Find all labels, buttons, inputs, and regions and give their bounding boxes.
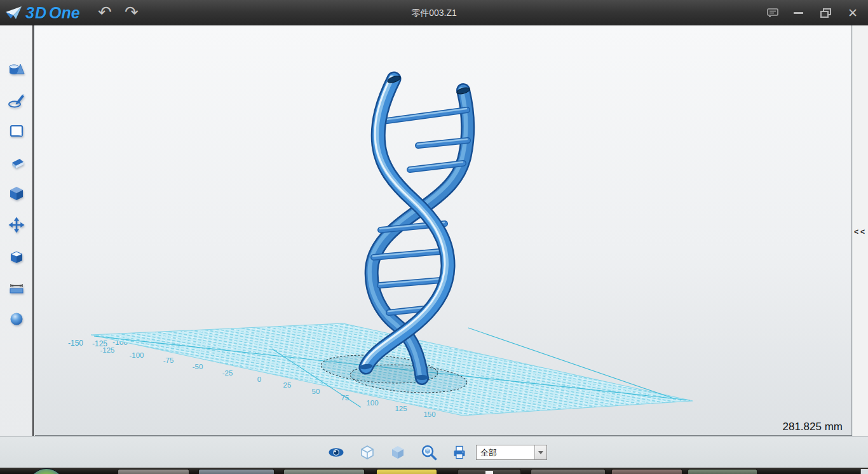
sidebar-item-surface[interactable]	[8, 122, 25, 140]
wireframe-view-button[interactable]	[358, 444, 376, 461]
sidebar-item-eraser[interactable]	[8, 154, 25, 172]
windows-taskbar	[0, 468, 868, 474]
redo-arrow-icon: ↷	[125, 3, 139, 22]
redo-button[interactable]: ↷	[121, 3, 142, 23]
axis-label: 100	[366, 399, 378, 407]
3done-window: 3D One ↶ ↷ 零件003.Z1 ✕	[0, 0, 868, 474]
title-bar: 3D One ↶ ↷ 零件003.Z1 ✕	[0, 0, 868, 25]
sidebar-item-move[interactable]	[8, 216, 25, 234]
taskbar-button[interactable]	[376, 469, 437, 474]
right-panel-strip: <<	[853, 25, 868, 436]
sidebar-item-primitives[interactable]	[8, 61, 25, 79]
material-sphere-icon	[8, 309, 25, 327]
taskbar-button[interactable]	[458, 469, 521, 474]
undo-arrow-icon: ↶	[98, 3, 112, 22]
shaded-view-icon	[389, 444, 407, 461]
brand-text-3d: 3D	[25, 4, 47, 22]
viewport-canvas[interactable]: -150 -125 -100 -125 -100 -75 -50	[35, 25, 852, 436]
taskbar-button[interactable]	[688, 469, 757, 474]
display-filter-value: 全部	[480, 447, 497, 459]
taskbar-button[interactable]	[283, 469, 365, 474]
surface-sheet-icon	[8, 122, 25, 140]
solid-primitives-icon	[8, 61, 25, 79]
measure-ruler-icon	[8, 279, 25, 297]
taskbar-button[interactable]	[198, 469, 275, 474]
feature-cube-icon	[8, 184, 25, 202]
restore-icon	[820, 8, 832, 18]
axis-label: 150	[423, 410, 435, 418]
chevron-down-icon	[538, 451, 543, 454]
sidebar-item-sketch[interactable]	[8, 91, 25, 109]
visibility-eye-icon	[327, 444, 345, 461]
close-button[interactable]: ✕	[844, 0, 862, 25]
sidebar-item-measure[interactable]	[8, 279, 25, 297]
move-arrows-icon	[8, 216, 25, 234]
close-icon: ✕	[848, 6, 858, 20]
wireframe-view-icon	[358, 444, 376, 461]
combine-box-icon	[8, 248, 25, 266]
sidebar-item-features[interactable]	[8, 184, 25, 202]
brand-text-one: One	[49, 4, 80, 22]
panel-collapse-handle[interactable]: <<	[854, 227, 867, 236]
axis-label: 25	[283, 381, 292, 389]
taskbar-button[interactable]	[611, 469, 682, 474]
app-logo: 3D One	[5, 4, 80, 22]
show-desktop-button[interactable]	[860, 469, 868, 474]
sidebar-item-material[interactable]	[8, 309, 25, 327]
paper-plane-icon	[5, 6, 23, 21]
minimize-icon	[794, 12, 803, 14]
zoom-magnifier-icon	[420, 444, 438, 461]
axis-label: 50	[312, 388, 320, 395]
tool-sidebar	[0, 25, 34, 436]
dropdown-arrow-button[interactable]	[534, 445, 546, 459]
scale-indicator: 281.825 mm	[783, 421, 843, 433]
axis-label: -100	[129, 351, 144, 359]
axis-label: -150	[68, 339, 83, 348]
axis-label: -25	[222, 369, 233, 377]
taskbar-app-glyph	[485, 471, 493, 474]
axis-label: 125	[395, 405, 407, 412]
feedback-panel-button[interactable]	[764, 0, 782, 25]
scene-3d: -150 -125 -100 -125 -100 -75 -50	[35, 25, 852, 436]
minimize-button[interactable]	[789, 0, 807, 25]
display-filter-dropdown[interactable]: 全部	[476, 445, 547, 460]
print-button[interactable]	[451, 444, 468, 461]
eraser-icon	[8, 154, 25, 172]
axis-label: -50	[193, 363, 203, 370]
axis-label: -75	[163, 356, 174, 364]
feedback-panel-icon	[767, 8, 778, 17]
axis-label: 0	[257, 376, 261, 383]
print-icon	[451, 444, 468, 461]
sketch-pencil-icon	[8, 91, 25, 109]
undo-button[interactable]: ↶	[94, 3, 116, 23]
restore-button[interactable]	[816, 0, 835, 25]
taskbar-button[interactable]	[118, 469, 189, 474]
taskbar-button[interactable]	[531, 469, 606, 474]
view-toolbar: 全部	[0, 437, 868, 468]
zoom-button[interactable]	[420, 444, 438, 461]
axis-label: -125	[100, 346, 114, 354]
axis-label: 75	[341, 394, 349, 402]
start-button[interactable]	[28, 468, 65, 474]
shaded-view-button[interactable]	[389, 444, 407, 461]
sidebar-item-combine[interactable]	[8, 248, 25, 266]
visibility-button[interactable]	[327, 444, 345, 461]
